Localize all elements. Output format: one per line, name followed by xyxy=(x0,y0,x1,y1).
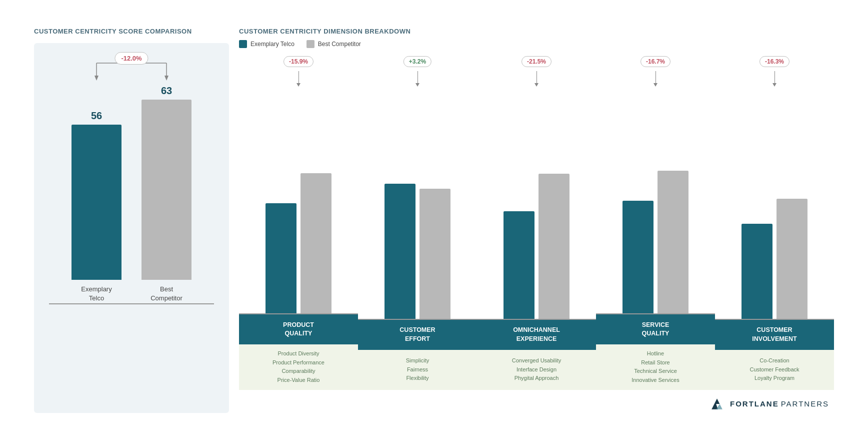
logo-text-area: FORTLANE PARTNERS xyxy=(730,399,829,408)
bar-group-telco: 56 ExemplaryTelco xyxy=(72,110,122,303)
comparison-badge: -12.0% xyxy=(114,52,148,65)
footer: FORTLANE PARTNERS xyxy=(239,395,834,413)
dim-bar-wrap-competitor-1 xyxy=(420,189,450,319)
dim-bar-competitor-1 xyxy=(420,189,450,319)
legend-box-competitor xyxy=(306,40,314,48)
legend-telco: Exemplary Telco xyxy=(239,40,294,48)
dim-badge-product-quality: -15.9% xyxy=(284,56,314,67)
dim-arrow-head-1 xyxy=(416,83,420,87)
dimension-col-product-quality: -15.9% xyxy=(239,56,358,390)
dim-bar-wrap-telco-0 xyxy=(266,203,296,313)
legend-label-telco: Exemplary Telco xyxy=(250,41,294,48)
dim-header-service-quality: SERVICEQUALITY xyxy=(596,314,715,344)
logo-area: FORTLANE PARTNERS xyxy=(708,395,829,413)
bar-value-competitor: 63 xyxy=(161,85,172,97)
baseline-left xyxy=(49,303,214,304)
dim-bars-area-service-quality: -16.7% xyxy=(596,56,715,314)
svg-marker-6 xyxy=(716,404,722,409)
dim-badge-customer-effort: +3.2% xyxy=(404,56,432,67)
dim-header-omnichannel: OMNICHANNELEXPERIENCE xyxy=(477,320,596,350)
dim-sub-product-quality: Product DiversityProduct PerformanceComp… xyxy=(239,344,358,389)
dim-bar-telco-1 xyxy=(384,184,416,319)
dim-bar-competitor-2 xyxy=(538,174,570,319)
legend-label-competitor: Best Competitor xyxy=(318,41,361,48)
right-panel: CUSTOMER CENTRICITY DIMENSION BREAKDOWN … xyxy=(239,28,834,413)
dim-sub-omnichannel: Converged UsabilityInterface DesignPhygi… xyxy=(477,350,596,390)
dimension-col-customer-involvement: -16.3% xyxy=(715,56,834,390)
dimension-col-service-quality: -16.7% xyxy=(596,56,715,390)
bar-group-competitor: 63 BestCompetitor xyxy=(142,85,192,303)
dim-bar-wrap-competitor-3 xyxy=(658,171,688,313)
dim-badge-customer-involvement: -16.3% xyxy=(760,56,790,67)
dim-bar-competitor-4 xyxy=(776,199,808,319)
dim-arrow-line-0 xyxy=(298,71,299,83)
dim-header-product-quality: PRODUCTQUALITY xyxy=(239,314,358,344)
dim-bar-wrap-telco-3 xyxy=(622,201,654,313)
dim-bar-wrap-telco-1 xyxy=(384,184,416,319)
dim-bar-competitor-3 xyxy=(658,171,688,313)
bar-telco xyxy=(72,125,122,280)
right-panel-title: CUSTOMER CENTRICITY DIMENSION BREAKDOWN xyxy=(239,28,834,35)
dim-sub-customer-involvement: Co-CreationCustomer FeedbackLoyalty Prog… xyxy=(715,350,834,390)
dim-bars-row-omnichannel xyxy=(477,174,596,319)
dim-bar-competitor-0 xyxy=(300,173,332,313)
dim-header-customer-effort: CUSTOMEREFFORT xyxy=(358,320,477,350)
bar-label-telco: ExemplaryTelco xyxy=(81,285,112,303)
dim-bar-telco-4 xyxy=(742,224,772,319)
dim-arrow-line-4 xyxy=(774,71,775,83)
dim-sub-customer-effort: SimplicityFairnessFlexibility xyxy=(358,350,477,390)
dim-arrow-customer-involvement xyxy=(772,71,776,87)
logo-sub: PARTNERS xyxy=(781,399,829,408)
dim-bars-area-customer-effort: +3.2% xyxy=(358,56,477,319)
dim-bars-row-product-quality xyxy=(239,173,358,313)
dim-header-customer-involvement: CUSTOMERINVOLVEMENT xyxy=(715,320,834,350)
dim-bar-telco-2 xyxy=(504,211,534,319)
dim-arrow-product-quality xyxy=(296,71,300,87)
bar-competitor xyxy=(142,100,192,280)
dimension-col-omnichannel: -21.5% xyxy=(477,56,596,390)
legend: Exemplary Telco Best Competitor xyxy=(239,40,834,48)
dim-bar-telco-0 xyxy=(266,203,296,313)
dim-arrow-customer-effort xyxy=(416,71,420,87)
dim-arrow-head-2 xyxy=(534,83,538,87)
bar-label-competitor: BestCompetitor xyxy=(150,285,182,303)
dim-arrow-line-1 xyxy=(418,71,418,83)
dim-bars-row-customer-involvement xyxy=(715,199,834,319)
dim-bars-area-omnichannel: -21.5% xyxy=(477,56,596,319)
dim-bars-area-product-quality: -15.9% xyxy=(239,56,358,314)
dim-arrow-line-2 xyxy=(536,71,537,83)
logo-name: FORTLANE xyxy=(730,399,779,408)
dim-arrow-line-3 xyxy=(656,71,656,83)
legend-competitor: Best Competitor xyxy=(306,40,361,48)
bars-wrapper: 56 ExemplaryTelco 63 BestCompetitor xyxy=(49,93,214,303)
right-chart-area: -15.9% xyxy=(239,56,834,390)
fortlane-logo-icon xyxy=(708,395,726,413)
left-panel-title: CUSTOMER CENTRICITY SCORE COMPARISON xyxy=(34,28,229,35)
dim-arrow-service-quality xyxy=(654,71,658,87)
dim-bar-wrap-telco-2 xyxy=(504,211,534,319)
dim-bar-wrap-competitor-2 xyxy=(538,174,570,319)
dimension-col-customer-effort: +3.2% xyxy=(358,56,477,390)
legend-box-telco xyxy=(239,40,247,48)
left-chart-area: -12.0% 56 ExemplaryTelco 63 BestCompetit… xyxy=(34,43,229,413)
dim-bars-row-customer-effort xyxy=(358,184,477,319)
dim-bar-wrap-telco-4 xyxy=(742,224,772,319)
dim-bar-telco-3 xyxy=(622,201,654,313)
dim-arrow-head-0 xyxy=(296,83,300,87)
left-panel: CUSTOMER CENTRICITY SCORE COMPARISON -1 xyxy=(34,28,229,413)
dim-arrow-head-4 xyxy=(772,83,776,87)
dim-bar-wrap-competitor-4 xyxy=(776,199,808,319)
bar-value-telco: 56 xyxy=(91,110,102,122)
dim-bars-row-service-quality xyxy=(596,171,715,313)
dim-bars-area-customer-involvement: -16.3% xyxy=(715,56,834,319)
dim-bar-wrap-competitor-0 xyxy=(300,173,332,313)
svg-marker-3 xyxy=(94,76,98,81)
svg-marker-4 xyxy=(164,76,168,81)
dim-sub-service-quality: HotlineRetail StoreTechnical ServiceInno… xyxy=(596,344,715,389)
dim-badge-omnichannel: -21.5% xyxy=(522,56,552,67)
dim-badge-service-quality: -16.7% xyxy=(640,56,670,67)
dim-arrow-omnichannel xyxy=(534,71,538,87)
dim-arrow-head-3 xyxy=(654,83,658,87)
